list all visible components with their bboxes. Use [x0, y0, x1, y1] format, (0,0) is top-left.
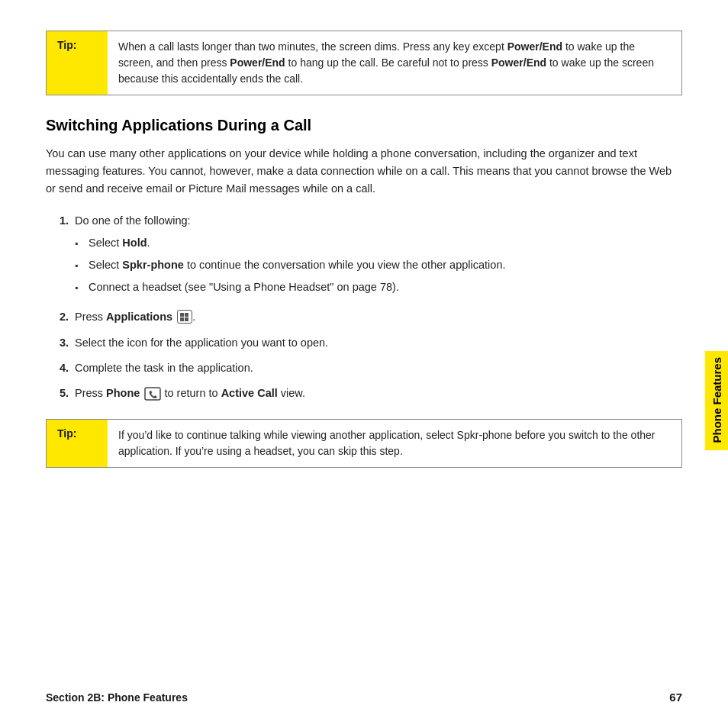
- step-2-num: 2: [53, 308, 69, 326]
- phone-icon: 📞: [144, 387, 161, 401]
- step-4-content: Complete the task in the application.: [75, 359, 682, 377]
- step-3-num: 3: [53, 334, 69, 352]
- step-2-content: Press Applications .: [75, 308, 682, 326]
- step-1-content: Do one of the following: ▪ Select Hold. …: [75, 212, 682, 301]
- step-3: 3 Select the icon for the application yo…: [53, 334, 682, 352]
- step-1-text: Do one of the following:: [75, 214, 191, 227]
- side-tab: Phone Features: [705, 351, 728, 450]
- bullet-icon-3: ▪: [75, 281, 82, 295]
- steps-list: 1 Do one of the following: ▪ Select Hold…: [46, 212, 682, 403]
- step-4: 4 Complete the task in the application.: [53, 359, 682, 377]
- tip-content-2: If you’d like to continue talking while …: [108, 420, 681, 467]
- svg-text:📞: 📞: [149, 390, 158, 399]
- step-3-content: Select the icon for the application you …: [75, 334, 682, 352]
- footer-left: Section 2B: Phone Features: [46, 691, 188, 704]
- step-5: 5 Press Phone 📞 to return to Active Call…: [53, 385, 682, 402]
- step-5-num: 5: [53, 385, 69, 402]
- step-5-content: Press Phone 📞 to return to Active Call v…: [75, 385, 682, 402]
- tip-label-1: Tip:: [47, 31, 108, 95]
- bullet-icon-1: ▪: [75, 237, 82, 251]
- bullet-content-2: Select Spkr-phone to continue the conver…: [89, 256, 682, 274]
- bullet-content-3: Connect a headset (see "Using a Phone He…: [89, 279, 682, 296]
- section-heading: Switching Applications During a Call: [46, 117, 682, 134]
- tip-content-1: When a call lasts longer than two minute…: [108, 31, 681, 95]
- bullet-icon-2: ▪: [75, 259, 82, 273]
- bullet-2: ▪ Select Spkr-phone to continue the conv…: [75, 256, 682, 274]
- bullet-content-1: Select Hold.: [89, 234, 682, 252]
- step-4-num: 4: [53, 359, 69, 377]
- bullet-3: ▪ Connect a headset (see "Using a Phone …: [75, 279, 682, 296]
- bullet-1: ▪ Select Hold.: [75, 234, 682, 252]
- step-1-num: 1: [53, 212, 69, 230]
- applications-icon: [177, 310, 192, 324]
- step-1: 1 Do one of the following: ▪ Select Hold…: [53, 212, 682, 301]
- step-2: 2 Press Applications .: [53, 308, 682, 326]
- tip-box-1: Tip: When a call lasts longer than two m…: [46, 31, 682, 95]
- tip-box-2: Tip: If you’d like to continue talking w…: [46, 419, 682, 468]
- step-1-bullets: ▪ Select Hold. ▪ Select Spkr-phone to co…: [75, 234, 682, 297]
- body-paragraph: You can use many other applications on y…: [46, 145, 682, 198]
- tip-label-2: Tip:: [47, 420, 108, 467]
- footer-right: 67: [669, 691, 682, 704]
- footer: Section 2B: Phone Features 67: [46, 691, 682, 704]
- side-tab-text: Phone Features: [710, 357, 723, 443]
